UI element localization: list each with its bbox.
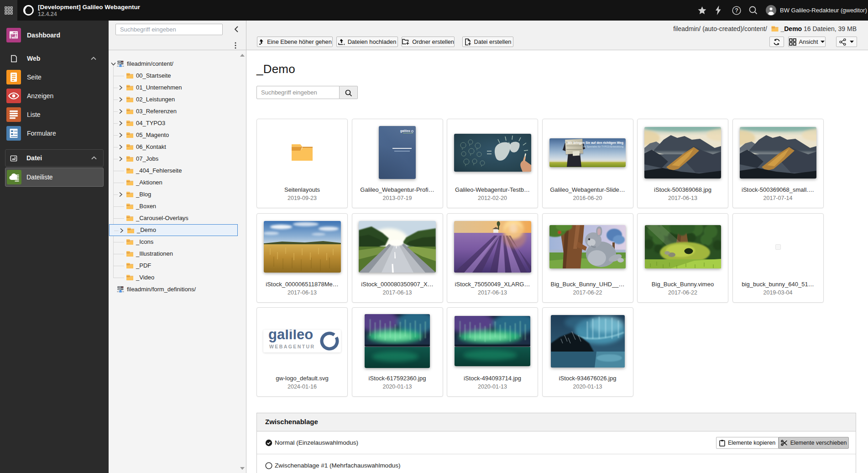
svg-text:?: ? [735,7,738,14]
